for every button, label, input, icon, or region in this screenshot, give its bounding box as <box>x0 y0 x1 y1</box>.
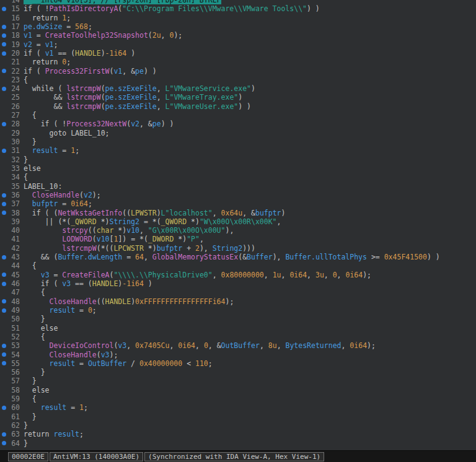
code-line[interactable]: 52 { <box>0 333 476 341</box>
code-line[interactable]: 59 { <box>0 394 476 403</box>
code-text[interactable]: if ( v3 == (HANDLE)-1i64 ) <box>20 279 152 288</box>
code-text[interactable]: { <box>20 288 45 297</box>
address-dot-icon[interactable] <box>0 441 8 445</box>
address-dot-icon[interactable] <box>0 361 8 365</box>
code-line[interactable]: 18v1 = CreateToolhelp32Snapshot(2u, 0); <box>0 31 476 40</box>
code-line[interactable]: 40 strcpy((char *)v10, "G\x00R\x00O\x00U… <box>0 226 476 235</box>
code-text[interactable]: && lstrcmpW(pe.szExeFile, L"VMwareTray.e… <box>20 93 242 102</box>
code-text[interactable]: } <box>20 439 28 448</box>
code-line[interactable]: 26 && lstrcmpW(pe.szExeFile, L"VMwareUse… <box>0 102 476 111</box>
code-text[interactable]: v3 = CreateFileA("\\\\.\\PhysicalDrive0"… <box>20 271 371 279</box>
code-line[interactable]: 49 result = 0; <box>0 306 476 315</box>
code-text[interactable]: } <box>20 421 28 430</box>
code-text[interactable]: result = 1; <box>20 146 79 155</box>
code-line[interactable]: 61 } <box>0 412 476 421</box>
code-line[interactable]: 19v2 = v1; <box>0 40 476 49</box>
address-dot-icon[interactable] <box>0 272 8 277</box>
code-line[interactable]: 37 bufptr = 0i64; <box>0 199 476 208</box>
code-text[interactable]: CloseHandle(v2); <box>20 191 101 199</box>
code-text[interactable]: __int64 v10[3]; // [rsp+20h] [rbp-28h] B… <box>20 0 221 4</box>
code-text[interactable]: CloseHandle(v3); <box>20 351 118 359</box>
code-line[interactable]: 31 result = 1; <box>0 146 476 155</box>
address-dot-icon[interactable] <box>0 51 8 56</box>
code-line[interactable]: 56 } <box>0 368 476 377</box>
code-line[interactable]: 29 goto LABEL_10; <box>0 129 476 137</box>
code-line[interactable]: 20if ( v1 == (HANDLE)-1i64 ) <box>0 49 476 58</box>
code-line[interactable]: 43 && (Buffer.dwLength = 64, GlobalMemor… <box>0 253 476 261</box>
code-line[interactable]: 45 v3 = CreateFileA("\\\\.\\PhysicalDriv… <box>0 271 476 279</box>
address-dot-icon[interactable] <box>0 282 8 286</box>
code-text[interactable]: return 0; <box>20 58 71 66</box>
code-line[interactable]: 35LABEL_10: <box>0 182 476 191</box>
code-text[interactable]: } <box>20 412 37 421</box>
code-line[interactable]: 17pe.dwSize = 568; <box>0 22 476 31</box>
code-text[interactable]: if ( (NetWkstaGetInfo((LPWSTR)L"localhos… <box>20 209 285 217</box>
address-dot-icon[interactable] <box>0 202 8 206</box>
code-text[interactable]: goto LABEL_10; <box>20 129 110 137</box>
code-text[interactable]: return result; <box>20 430 84 438</box>
code-line[interactable]: 54 CloseHandle(v3); <box>0 351 476 359</box>
code-line[interactable]: 55 result = OutBuffer / 0x40000000 < 110… <box>0 359 476 368</box>
address-dot-icon[interactable] <box>0 87 8 91</box>
address-dot-icon[interactable] <box>0 211 8 215</box>
code-line[interactable]: 42 lstrcmpW(*((LPCWSTR *)bufptr + 2), St… <box>0 244 476 253</box>
code-text[interactable]: CloseHandle((HANDLE)0xFFFFFFFFFFFFFFFFi6… <box>20 297 234 306</box>
code-text[interactable]: return 1; <box>20 14 71 22</box>
code-line[interactable]: 32} <box>0 155 476 164</box>
code-line[interactable]: 44 { <box>0 261 476 270</box>
code-text[interactable]: else <box>20 164 41 173</box>
code-area[interactable]: 14 __int64 v10[3]; // [rsp+20h] [rbp-28h… <box>0 0 476 448</box>
code-text[interactable]: if ( !Process32NextW(v2, &pe) ) <box>20 120 174 128</box>
code-line[interactable]: 63return result; <box>0 430 476 438</box>
code-text[interactable]: strcpy((char *)v10, "G\x00R\x00O\x00U"), <box>20 226 234 235</box>
code-line[interactable]: 34{ <box>0 173 476 181</box>
code-text[interactable]: } <box>20 377 37 385</box>
code-text[interactable]: bufptr = 0i64; <box>20 199 92 208</box>
code-line[interactable]: 30 } <box>0 137 476 146</box>
code-line[interactable]: 15if ( !PathIsDirectoryA("C:\\Program Fi… <box>0 4 476 13</box>
code-text[interactable]: } <box>20 368 45 377</box>
code-line[interactable]: 57 } <box>0 377 476 385</box>
address-dot-icon[interactable] <box>0 69 8 73</box>
code-line[interactable]: 25 && lstrcmpW(pe.szExeFile, L"VMwareTra… <box>0 93 476 102</box>
address-dot-icon[interactable] <box>0 299 8 303</box>
code-line[interactable]: 51 else <box>0 324 476 333</box>
code-text[interactable]: v2 = v1; <box>20 40 58 49</box>
code-line[interactable]: 39 || (*(_QWORD *)String2 = *(_QWORD *)"… <box>0 217 476 226</box>
address-dot-icon[interactable] <box>0 33 8 38</box>
address-dot-icon[interactable] <box>0 255 8 259</box>
code-line[interactable]: 21 return 0; <box>0 58 476 66</box>
address-dot-icon[interactable] <box>0 42 8 46</box>
code-line[interactable]: 53 DeviceIoControl(v3, 0x7405Cu, 0i64, 0… <box>0 341 476 350</box>
code-line[interactable]: 41 LODWORD(v10[1]) = *(_DWORD *)"P", <box>0 235 476 243</box>
code-text[interactable]: && (Buffer.dwLength = 64, GlobalMemorySt… <box>20 253 440 261</box>
code-line[interactable]: 58 else <box>0 386 476 394</box>
code-line[interactable]: 64} <box>0 439 476 448</box>
code-text[interactable]: || (*(_QWORD *)String2 = *(_QWORD *)"W\x… <box>20 217 281 226</box>
code-line[interactable]: 14 __int64 v10[3]; // [rsp+20h] [rbp-28h… <box>0 0 476 4</box>
code-line[interactable]: 48 CloseHandle((HANDLE)0xFFFFFFFFFFFFFFF… <box>0 297 476 306</box>
address-dot-icon[interactable] <box>0 25 8 29</box>
code-text[interactable]: while ( lstrcmpW(pe.szExeFile, L"VMwareS… <box>20 84 255 93</box>
code-line[interactable]: 60 result = 1; <box>0 403 476 412</box>
code-text[interactable]: pe.dwSize = 568; <box>20 22 92 31</box>
address-dot-icon[interactable] <box>0 352 8 357</box>
address-dot-icon[interactable] <box>0 149 8 153</box>
code-text[interactable]: result = 1; <box>20 403 88 412</box>
code-text[interactable]: DeviceIoControl(v3, 0x7405Cu, 0i64, 0, &… <box>20 341 376 350</box>
code-text[interactable]: result = 0; <box>20 306 97 315</box>
code-line[interactable]: 46 if ( v3 == (HANDLE)-1i64 ) <box>0 279 476 288</box>
code-text[interactable]: lstrcmpW(*((LPCWSTR *)bufptr + 2), Strin… <box>20 244 255 253</box>
code-line[interactable]: 24 while ( lstrcmpW(pe.szExeFile, L"VMwa… <box>0 84 476 93</box>
address-dot-icon[interactable] <box>0 406 8 410</box>
code-line[interactable]: 23{ <box>0 76 476 84</box>
code-text[interactable]: && lstrcmpW(pe.szExeFile, L"VMwareUser.e… <box>20 102 251 111</box>
code-text[interactable]: { <box>20 111 37 120</box>
address-dot-icon[interactable] <box>0 344 8 348</box>
code-text[interactable]: if ( v1 == (HANDLE)-1i64 ) <box>20 49 135 58</box>
code-line[interactable]: 50 } <box>0 315 476 323</box>
address-dot-icon[interactable] <box>0 193 8 198</box>
code-line[interactable]: 62} <box>0 421 476 430</box>
code-line[interactable]: 38 if ( (NetWkstaGetInfo((LPWSTR)L"local… <box>0 209 476 217</box>
code-line[interactable]: 47 { <box>0 288 476 297</box>
